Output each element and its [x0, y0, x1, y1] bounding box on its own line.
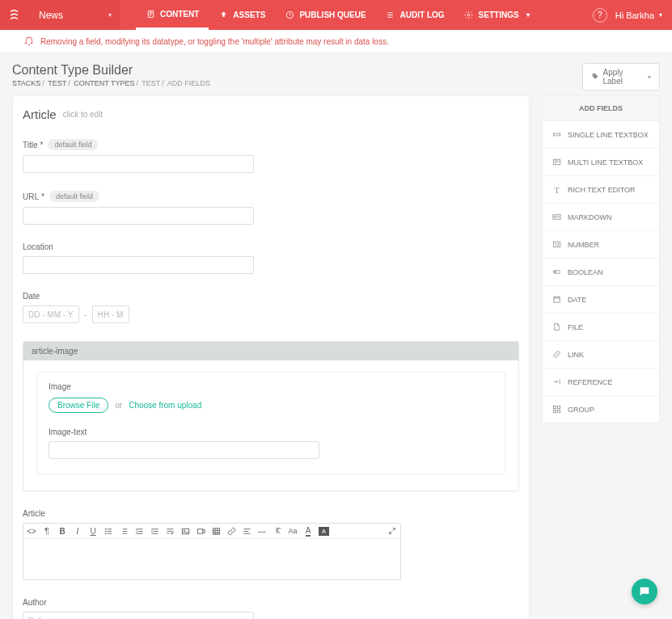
nav-content[interactable]: CONTENT	[136, 0, 209, 30]
sidebar-item-file[interactable]: FILE	[543, 314, 659, 341]
align-icon[interactable]	[242, 525, 251, 537]
clear-format-icon[interactable]	[273, 525, 282, 537]
location-input[interactable]	[23, 256, 254, 274]
nav-assets[interactable]: ASSETS	[209, 0, 275, 30]
stack-name: News	[39, 10, 63, 21]
sidebar-item-rte[interactable]: TRICH TEXT EDITOR	[543, 176, 659, 204]
url-label: URL	[23, 192, 39, 201]
user-menu[interactable]: Hi Barkha ▾	[615, 11, 662, 20]
singleline-icon	[552, 130, 561, 139]
app-logo[interactable]	[0, 0, 31, 30]
image-label: Image	[49, 382, 71, 391]
svg-point-5	[105, 531, 106, 532]
crumb-test1[interactable]: TEST	[48, 79, 66, 87]
title-input[interactable]	[23, 155, 254, 173]
nav-settings-label: SETTINGS	[479, 11, 519, 19]
sidebar-item-single-line[interactable]: SINGLE LINE TEXTBOX	[543, 121, 659, 149]
field-location: Location	[23, 242, 519, 274]
rte-body[interactable]	[23, 539, 400, 579]
add-fields-title: ADD FIELDS	[543, 96, 659, 121]
sidebar-item-group[interactable]: GROUP	[543, 396, 659, 423]
multiline-icon	[552, 158, 561, 166]
field-url: URL * default field	[23, 191, 519, 225]
field-author: Author	[23, 598, 519, 619]
crumb-test2[interactable]: TEST	[142, 79, 160, 87]
author-input[interactable]	[23, 612, 254, 619]
sidebar-item-date[interactable]: DATE	[543, 286, 659, 314]
title-label: Title	[23, 141, 38, 149]
url-input[interactable]	[23, 207, 254, 225]
svg-rect-11	[553, 133, 560, 136]
expand-icon[interactable]	[387, 525, 397, 537]
chat-fab[interactable]	[632, 579, 657, 604]
date-input[interactable]	[23, 305, 79, 323]
image-icon[interactable]	[180, 525, 190, 537]
author-label: Author	[23, 598, 46, 607]
image-text-input[interactable]	[49, 441, 319, 459]
hr-icon[interactable]: —	[257, 525, 267, 537]
sidebar-item-boolean[interactable]: BOOLEAN	[543, 259, 659, 286]
fontsize-icon[interactable]: Aa	[288, 525, 298, 537]
crumb-stacks[interactable]: STACKS	[12, 79, 40, 87]
indent-icon[interactable]	[150, 525, 159, 537]
chevron-down-icon: ▾	[526, 11, 530, 19]
ol-icon[interactable]	[119, 525, 129, 537]
field-article: Article <> ¶ B I U	[23, 509, 519, 580]
code-icon[interactable]: <>	[27, 525, 36, 537]
table-icon[interactable]	[211, 525, 221, 537]
article-label: Article	[23, 509, 45, 518]
page-header: Content Type Builder STACKS/ TEST/ CONTE…	[0, 53, 672, 95]
publish-icon	[285, 11, 294, 20]
video-icon[interactable]	[196, 525, 205, 537]
paragraph-icon[interactable]: ¶	[42, 525, 52, 537]
group-header[interactable]: article-image	[23, 342, 518, 360]
svg-point-16	[555, 272, 556, 273]
sidebar-item-multi-line[interactable]: MULTI LINE TEXTBOX	[543, 149, 659, 176]
chevron-down-icon: ▾	[659, 11, 662, 19]
outdent-icon[interactable]	[134, 525, 144, 537]
bold-icon[interactable]: B	[57, 525, 67, 537]
italic-icon[interactable]: I	[73, 525, 82, 537]
add-fields-panel: ADD FIELDS SINGLE LINE TEXTBOX MULTI LIN…	[542, 95, 660, 423]
bgcolor-icon[interactable]: A	[319, 527, 329, 536]
crumb-contenttypes[interactable]: CONTENT TYPES	[74, 79, 134, 87]
sidebar-item-reference[interactable]: REFERENCE	[543, 368, 659, 396]
svg-rect-20	[553, 410, 556, 412]
chevron-down-icon: ▾	[108, 11, 112, 19]
default-field-pill: default field	[49, 191, 99, 202]
sidebar-item-link[interactable]: LINK	[543, 341, 659, 368]
warning-bar: Removing a field, modifying its datatype…	[0, 30, 672, 53]
svg-point-3	[594, 75, 594, 76]
nav-audit-log[interactable]: AUDIT LOG	[376, 0, 454, 30]
default-field-pill: default field	[48, 139, 98, 150]
apply-label-dropdown[interactable]: Apply Label ▾	[582, 63, 660, 91]
nav-settings[interactable]: SETTINGS ▾	[454, 0, 539, 30]
underline-icon[interactable]: U	[88, 525, 98, 537]
field-date: Date -	[23, 292, 519, 323]
auditlog-icon	[386, 11, 395, 20]
svg-rect-21	[557, 410, 560, 412]
nowrap-icon[interactable]	[165, 525, 175, 537]
logo-area: News ▾	[0, 0, 120, 30]
sidebar-item-markdown[interactable]: MARKDOWN	[543, 204, 659, 231]
browse-file-button[interactable]: Browse File	[49, 398, 108, 413]
fontcolor-icon[interactable]: A	[303, 525, 313, 537]
nav-publish-queue[interactable]: PUBLISH QUEUE	[275, 0, 375, 30]
ul-icon[interactable]	[104, 525, 113, 537]
stack-selector[interactable]: News ▾	[31, 0, 120, 30]
apply-label-text: Apply Label	[602, 68, 643, 86]
help-button[interactable]: ?	[593, 8, 607, 23]
top-header: News ▾ CONTENT ASSETS PUBLISH QUEUE AUDI…	[0, 0, 672, 30]
chevron-down-icon: ▾	[648, 74, 651, 81]
svg-rect-19	[557, 406, 560, 408]
reference-icon	[552, 377, 561, 386]
sidebar-item-number[interactable]: NUMBER	[543, 231, 659, 259]
time-input[interactable]	[92, 305, 129, 323]
link-icon[interactable]	[226, 525, 236, 537]
gear-icon	[464, 11, 474, 20]
page-title: Content Type Builder	[12, 63, 210, 78]
choose-upload-link[interactable]: Choose from upload	[129, 401, 201, 410]
boolean-icon	[552, 267, 561, 276]
content-type-title[interactable]: Article click to edit	[23, 107, 519, 121]
svg-rect-14	[553, 242, 560, 246]
